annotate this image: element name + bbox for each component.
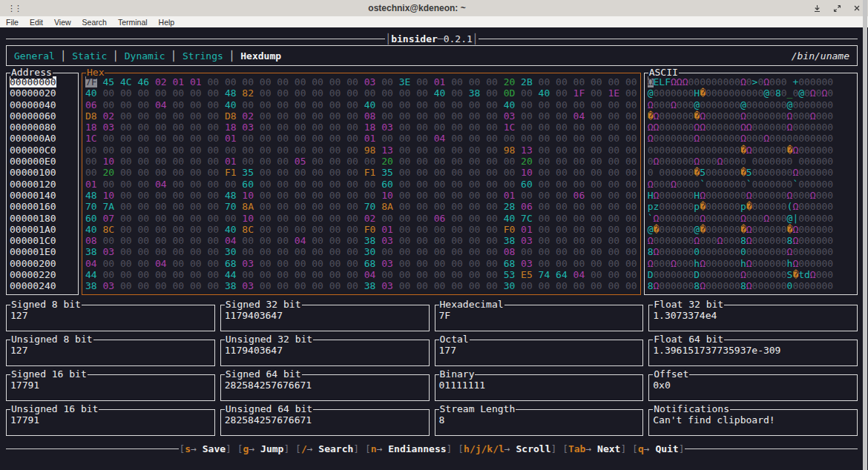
ascii-char[interactable]: 0: [781, 99, 787, 110]
ascii-char[interactable]: 0: [798, 190, 804, 201]
ascii-char[interactable]: 0: [671, 190, 677, 201]
hex-byte[interactable]: 00: [295, 224, 306, 235]
hex-byte[interactable]: 60: [381, 179, 393, 190]
hex-byte[interactable]: 00: [172, 190, 184, 201]
ascii-char[interactable]: 0: [763, 167, 769, 178]
ascii-char[interactable]: 0: [816, 76, 822, 87]
hex-byte[interactable]: D8: [85, 110, 97, 122]
ascii-char[interactable]: 0: [659, 235, 665, 246]
hex-byte[interactable]: 00: [312, 145, 323, 156]
ascii-char[interactable]: 0: [706, 167, 711, 178]
hex-byte[interactable]: 00: [416, 201, 428, 212]
hex-byte[interactable]: 00: [190, 190, 202, 201]
hex-byte[interactable]: 00: [625, 110, 637, 122]
hex-byte[interactable]: 03: [521, 258, 533, 269]
hex-byte[interactable]: 38: [364, 235, 376, 246]
ascii-char[interactable]: 0: [769, 179, 775, 190]
ascii-char[interactable]: 0: [763, 190, 769, 201]
ascii-char[interactable]: 0: [659, 190, 665, 201]
hex-byte[interactable]: 00: [416, 246, 428, 257]
ascii-char[interactable]: 0: [769, 224, 775, 235]
hex-byte[interactable]: 00: [486, 167, 498, 178]
hex-byte[interactable]: 00: [539, 258, 550, 269]
hex-byte[interactable]: 00: [416, 156, 428, 167]
ascii-char[interactable]: 0: [775, 145, 781, 156]
hex-byte[interactable]: 00: [120, 156, 132, 167]
hex-byte[interactable]: 44: [225, 269, 237, 280]
hex-byte[interactable]: 00: [346, 280, 358, 291]
hex-byte[interactable]: 00: [573, 145, 585, 156]
hex-byte[interactable]: 00: [573, 213, 585, 224]
ascii-char[interactable]: 0: [711, 156, 717, 167]
ascii-char[interactable]: 0: [763, 156, 769, 167]
hex-byte[interactable]: 00: [556, 99, 568, 110]
hex-byte[interactable]: 00: [539, 122, 550, 133]
ascii-char[interactable]: 0: [804, 167, 810, 178]
hex-byte[interactable]: 00: [539, 156, 550, 167]
hex-byte[interactable]: 00: [591, 280, 602, 291]
hex-byte[interactable]: 03: [504, 110, 516, 122]
hex-byte[interactable]: 00: [207, 246, 219, 257]
hex-byte[interactable]: 00: [625, 156, 637, 167]
hex-byte[interactable]: 28: [504, 201, 516, 212]
hex-byte[interactable]: 00: [539, 213, 550, 224]
ascii-char[interactable]: Ω: [763, 76, 769, 87]
ascii-char[interactable]: 0: [804, 179, 810, 190]
hex-byte[interactable]: 00: [573, 246, 585, 257]
ascii-char[interactable]: 0: [781, 258, 787, 269]
hex-byte[interactable]: 00: [521, 133, 533, 144]
ascii-char[interactable]: 0: [700, 246, 706, 257]
ascii-char[interactable]: 0: [746, 133, 752, 144]
hex-byte[interactable]: 00: [625, 213, 637, 224]
ascii-char[interactable]: 0: [694, 76, 700, 87]
hex-byte[interactable]: 00: [277, 99, 289, 110]
hex-byte[interactable]: 00: [295, 246, 306, 257]
hex-byte[interactable]: 00: [556, 87, 568, 99]
hex-byte[interactable]: 06: [85, 99, 97, 110]
hex-byte[interactable]: 00: [486, 246, 498, 257]
hex-byte[interactable]: 00: [539, 76, 550, 87]
hex-byte[interactable]: E5: [521, 269, 533, 280]
hex-byte[interactable]: 00: [469, 235, 481, 246]
ascii-char[interactable]: 0: [734, 190, 740, 201]
hex-byte[interactable]: 04: [155, 179, 167, 190]
hex-byte[interactable]: 00: [521, 190, 533, 201]
hex-byte[interactable]: 00: [260, 167, 272, 178]
address-cell[interactable]: 00000220: [10, 269, 56, 280]
hex-byte[interactable]: 4C: [120, 76, 132, 87]
hex-byte[interactable]: 00: [539, 280, 550, 291]
ascii-char[interactable]: 0: [740, 190, 746, 201]
hex-byte[interactable]: 00: [556, 224, 568, 235]
hex-byte[interactable]: 00: [486, 110, 498, 122]
ascii-char[interactable]: 0: [734, 99, 740, 110]
hex-byte[interactable]: 00: [295, 190, 306, 201]
hex-byte[interactable]: 00: [381, 110, 393, 122]
ascii-char[interactable]: 0: [804, 190, 810, 201]
hex-byte[interactable]: 00: [190, 235, 202, 246]
ascii-char[interactable]: 0: [659, 110, 665, 122]
ascii-char[interactable]: 0: [706, 99, 711, 110]
ascii-char[interactable]: 0: [706, 201, 711, 212]
hex-byte[interactable]: 00: [312, 76, 323, 87]
hex-byte[interactable]: 00: [608, 213, 620, 224]
hex-byte[interactable]: 00: [329, 201, 341, 212]
hex-byte[interactable]: 00: [416, 133, 428, 144]
ascii-char[interactable]: Ω: [746, 235, 752, 246]
ascii-char[interactable]: 0: [711, 122, 717, 133]
hex-byte[interactable]: 00: [277, 145, 289, 156]
hex-byte[interactable]: 00: [469, 190, 481, 201]
ascii-char[interactable]: Ω: [810, 190, 816, 201]
ascii-char[interactable]: 0: [769, 269, 775, 280]
hex-byte[interactable]: 00: [539, 110, 550, 122]
ascii-char[interactable]: 0: [729, 133, 734, 144]
hex-byte[interactable]: 00: [155, 167, 167, 178]
ascii-char[interactable]: Ω: [763, 133, 769, 144]
hex-byte[interactable]: 00: [102, 179, 114, 190]
ascii-char[interactable]: �: [700, 87, 706, 99]
hex-byte[interactable]: 00: [190, 269, 202, 280]
ascii-char[interactable]: 0: [827, 224, 833, 235]
ascii-char[interactable]: 0: [804, 258, 810, 269]
hex-byte[interactable]: 00: [346, 201, 358, 212]
hex-byte[interactable]: 10: [521, 167, 533, 178]
hex-byte[interactable]: 8A: [242, 201, 254, 212]
